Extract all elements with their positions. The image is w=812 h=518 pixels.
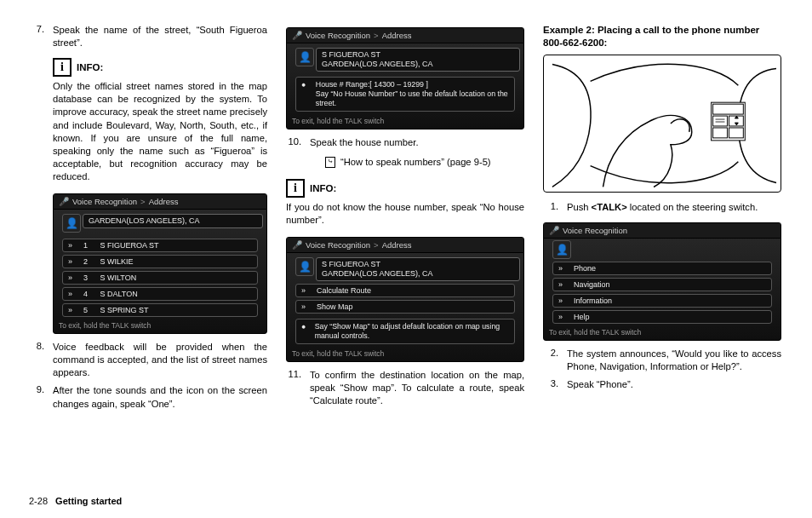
step-number: 3. xyxy=(543,378,558,391)
addr-line-1: S FIGUEROA ST xyxy=(322,260,514,269)
screenshot-titlebar: 🎤 Voice Recognition > Address xyxy=(287,28,523,43)
breadcrumb-sep: > xyxy=(374,240,379,250)
screenshot-house-range: 🎤 Voice Recognition > Address 👤 S FIGUER… xyxy=(286,27,524,130)
screenshot-footer: To exit, hold the TALK switch xyxy=(544,326,781,337)
screenshot-titlebar: 🎤 Voice Recognition > Address xyxy=(287,238,523,253)
assistant-face-icon: 👤 xyxy=(62,214,81,233)
addr-line-1: S FIGUEROA ST xyxy=(322,50,514,60)
addr-line-2: GARDENA(LOS ANGELES), CA xyxy=(322,269,514,279)
column-1: 7. Speak the name of the street, “South … xyxy=(29,24,267,416)
list-item: »Phone xyxy=(552,262,772,275)
title-a: Voice Recognition xyxy=(563,226,627,235)
assistant-face-icon: 👤 xyxy=(295,257,314,276)
assistant-face-icon: 👤 xyxy=(295,48,314,66)
speak-icon: » xyxy=(558,264,569,273)
speak-icon: » xyxy=(558,313,569,321)
hint-message: ● House # Range:[ 14300 – 19299 ] Say “N… xyxy=(295,77,515,112)
step-text: Speak the house number. xyxy=(310,136,524,149)
step-text: Speak “Phone”. xyxy=(567,378,781,391)
list-item: »2 S WILKIE xyxy=(62,255,258,268)
city-box: GARDENA(LOS ANGELES), CA xyxy=(83,214,263,228)
info-label: INFO: xyxy=(77,62,103,72)
speak-icon: » xyxy=(558,296,569,305)
page: 7. Speak the name of the street, “South … xyxy=(0,0,812,416)
info-text: If you do not know the house number, spe… xyxy=(286,201,524,227)
addr-line-2: GARDENA(LOS ANGELES), CA xyxy=(322,60,514,69)
svg-rect-1 xyxy=(713,104,744,114)
screenshot-footer: To exit, hold the TALK switch xyxy=(287,348,523,358)
speak-icon: » xyxy=(301,302,312,311)
screenshot-route-options: 🎤 Voice Recognition > Address 👤 S FIGUER… xyxy=(286,237,524,362)
step-1: 1. Push <TALK> located on the steering s… xyxy=(543,201,781,214)
title-b: Address xyxy=(149,197,179,206)
list-item: »Navigation xyxy=(552,278,772,291)
step-3: 3. Speak “Phone”. xyxy=(543,378,781,391)
list-item: »Help xyxy=(552,310,772,324)
info-dot-icon: ● xyxy=(301,80,311,108)
step-9: 9. After the tone sounds and the icon on… xyxy=(29,384,267,410)
hint-message: ● Say “Show Map” to adjust default locat… xyxy=(295,319,515,344)
step-number: 9. xyxy=(29,384,44,410)
step-text: Speak the name of the street, “South Fig… xyxy=(53,24,267,49)
mic-icon: 🎤 xyxy=(549,226,559,235)
list-item: »5 S SPRING ST xyxy=(62,303,258,317)
info-icon: i xyxy=(53,58,71,77)
speak-icon: » xyxy=(68,257,78,266)
step-number: 10. xyxy=(286,136,301,149)
breadcrumb-sep: > xyxy=(374,31,379,40)
step-text: After the tone sounds and the icon on th… xyxy=(53,384,267,410)
screenshot-footer: To exit, hold the TALK switch xyxy=(287,115,523,125)
info-icon: i xyxy=(286,179,305,198)
speak-icon: » xyxy=(68,273,78,282)
step-text: Push <TALK> located on the steering swit… xyxy=(567,201,781,214)
step-text: To confirm the destination location on t… xyxy=(310,369,524,407)
speak-icon: » xyxy=(68,241,78,250)
breadcrumb-sep: > xyxy=(140,197,146,206)
step-number: 11. xyxy=(286,369,301,407)
title-a: Voice Recognition xyxy=(306,240,370,250)
step-10: 10. Speak the house number. xyxy=(286,136,524,149)
mic-icon: 🎤 xyxy=(292,240,302,250)
step-2: 2. The system announces, “Would you like… xyxy=(543,348,781,373)
list-item: »4 S DALTON xyxy=(62,287,258,301)
step-11: 11. To confirm the destination location … xyxy=(286,369,524,407)
hint-text: House # Range:[ 14300 – 19299 ] Say “No … xyxy=(316,80,509,108)
step-number: 2. xyxy=(543,348,558,373)
list-item: »Show Map xyxy=(295,300,515,314)
screenshot-main-menu: 🎤 Voice Recognition 👤 »Phone »Navigation… xyxy=(543,222,781,341)
speak-icon: » xyxy=(301,286,312,295)
assistant-face-icon: 👤 xyxy=(552,240,571,259)
xref-text: “How to speak numbers” (page 9-5) xyxy=(340,156,491,169)
screenshot-footer: To exit, hold the TALK switch xyxy=(54,319,266,330)
svg-rect-2 xyxy=(713,116,728,126)
info-header: i INFO: xyxy=(53,58,267,77)
page-number: 2-28 xyxy=(29,496,48,506)
column-3: Example 2: Placing a call to the phone n… xyxy=(543,24,781,416)
title-b: Address xyxy=(382,240,412,250)
title-a: Voice Recognition xyxy=(72,197,137,206)
step-8: 8. Voice feedback will be provided when … xyxy=(29,341,267,379)
column-2: 🎤 Voice Recognition > Address 👤 S FIGUER… xyxy=(286,24,524,416)
info-label: INFO: xyxy=(310,183,336,193)
step-number: 8. xyxy=(29,341,44,379)
section-title: Getting started xyxy=(55,496,122,506)
screenshot-titlebar: 🎤 Voice Recognition > Address xyxy=(54,194,266,210)
list-item: »Information xyxy=(552,294,772,308)
speak-icon: » xyxy=(68,306,78,314)
step-number: 1. xyxy=(543,201,558,214)
info-header: i INFO: xyxy=(286,179,524,198)
svg-rect-5 xyxy=(729,128,743,138)
step-text: The system announces, “Would you like to… xyxy=(567,348,781,373)
svg-rect-4 xyxy=(713,128,728,138)
page-footer: 2-28 Getting started xyxy=(29,496,122,506)
step-7: 7. Speak the name of the street, “South … xyxy=(29,24,267,49)
speak-icon: » xyxy=(558,280,569,289)
list-item: »3 S WILTON xyxy=(62,271,258,285)
reference-icon: ⤷ xyxy=(325,157,335,168)
screenshot-titlebar: 🎤 Voice Recognition xyxy=(544,223,781,239)
title-a: Voice Recognition xyxy=(306,31,370,40)
hint-text: Say “Show Map” to adjust default locatio… xyxy=(315,322,509,341)
info-text: Only the official street names stored in… xyxy=(53,80,267,183)
speak-icon: » xyxy=(68,290,78,298)
cross-reference: ⤷ “How to speak numbers” (page 9-5) xyxy=(325,156,524,169)
